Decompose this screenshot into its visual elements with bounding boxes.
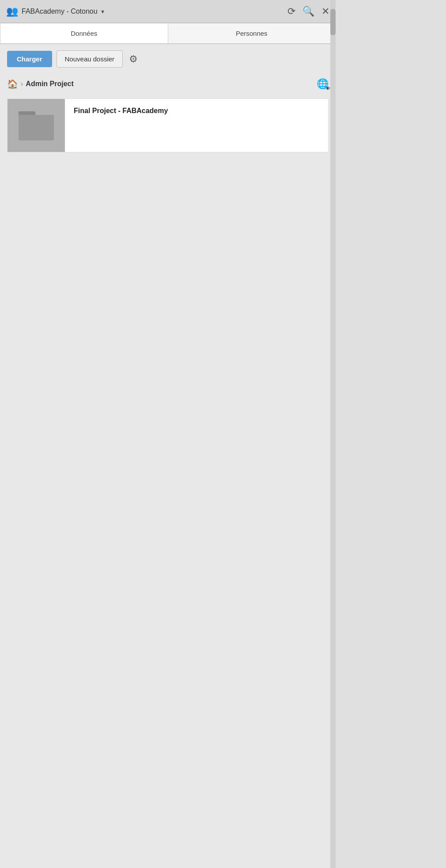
breadcrumb-separator: › (21, 80, 23, 88)
breadcrumb: 🏠 › Admin Project 🌐👁 (0, 74, 336, 94)
header-left: 👥 FABAcademy - Cotonou ▾ (6, 7, 104, 16)
refresh-icon[interactable]: ⟳ (287, 7, 295, 16)
chevron-down-icon[interactable]: ▾ (101, 8, 104, 15)
people-icon: 👥 (6, 7, 18, 16)
header-actions: ⟳ 🔍 ✕ (287, 7, 329, 16)
toolbar: Charger Nouveau dossier ⚙ (0, 44, 336, 74)
scrollbar[interactable] (330, 0, 336, 868)
breadcrumb-left: 🏠 › Admin Project (7, 79, 74, 89)
project-name: Final Project - FABAcademy (74, 107, 168, 115)
settings-button[interactable]: ⚙ (127, 52, 140, 67)
globe-icon: 🌐👁 (317, 78, 329, 90)
scrollbar-thumb[interactable] (330, 9, 336, 35)
project-info: Final Project - FABAcademy (65, 99, 177, 152)
project-list: Final Project - FABAcademy (0, 94, 336, 157)
breadcrumb-path: Admin Project (26, 80, 73, 88)
project-item[interactable]: Final Project - FABAcademy (7, 99, 329, 152)
search-icon[interactable]: 🔍 (302, 7, 314, 16)
folder-icon (19, 111, 54, 140)
charger-button[interactable]: Charger (7, 51, 52, 67)
close-icon[interactable]: ✕ (321, 7, 329, 16)
app-header: 👥 FABAcademy - Cotonou ▾ ⟳ 🔍 ✕ (0, 0, 336, 23)
tab-bar: Données Personnes (0, 23, 336, 44)
project-thumbnail (8, 99, 65, 152)
home-icon[interactable]: 🏠 (7, 79, 18, 89)
globe-eye-button[interactable]: 🌐👁 (317, 78, 329, 90)
nouveau-dossier-button[interactable]: Nouveau dossier (57, 50, 123, 68)
tab-personnes[interactable]: Personnes (168, 23, 336, 44)
app-title: FABAcademy - Cotonou (22, 8, 98, 15)
tab-donnees[interactable]: Données (0, 23, 168, 44)
